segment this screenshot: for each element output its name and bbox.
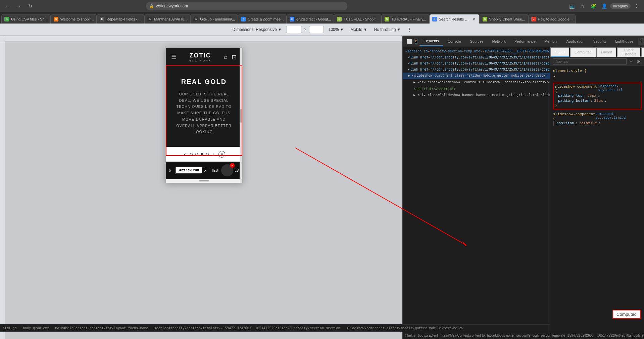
new-style-rule-button[interactable]: ⊕ — [635, 58, 641, 65]
browser-frame: ← → ↻ 🔒 zoticnewyork.com 📺 ☆ 🧩 👤 Incogni… — [0, 0, 644, 339]
throttle-dropdown[interactable]: No throttling ▼ — [372, 25, 403, 34]
dot-1[interactable] — [190, 153, 193, 156]
styles-filter-input[interactable] — [553, 58, 627, 65]
html-line-4[interactable]: <link href="//cdn.shopify.com/s/files/1/… — [403, 67, 550, 73]
hamburger-icon[interactable]: ☰ — [171, 53, 177, 61]
window-controls: ← → ↻ — [3, 1, 35, 11]
tab-close-10[interactable]: ✕ — [472, 17, 477, 22]
more-menu-button[interactable]: ⋮ — [632, 1, 641, 11]
styles-tab-styles[interactable]: Styles — [550, 47, 570, 57]
tab-network[interactable]: Network — [488, 37, 510, 46]
tab-label-2: Welcome to shopif... — [60, 17, 94, 21]
tab-label-1: Using CSV files - Sh... — [11, 17, 48, 21]
style-rule-inspector: slideshow-component { inspector-styleshe… — [553, 83, 641, 109]
prev-arrow[interactable]: ‹ — [183, 151, 187, 157]
tab-google-add[interactable]: Y How to add Google... — [528, 14, 576, 24]
tab-elements[interactable]: Elements — [419, 37, 443, 46]
extension-icon[interactable]: 🧩 — [589, 1, 598, 11]
tab-search-results[interactable]: G Search Results - (e... ✕ — [429, 14, 480, 24]
tab-tutorial2[interactable]: S TUTORIAL - Finally... — [382, 14, 429, 24]
add-style-button[interactable]: + — [628, 58, 634, 65]
tab-application[interactable]: Application — [562, 37, 589, 46]
scrollbar-track[interactable] — [240, 48, 242, 183]
html-line-3[interactable]: <link href="//cdn.shopify.com/s/files/1/… — [403, 60, 550, 67]
tab-label-4: Manthan109/VirTu... — [154, 17, 187, 21]
style-prop-padding-top: padding-top : 35px ; — [558, 93, 640, 98]
tab-label-5: GitHub - amirsanni/... — [200, 17, 235, 21]
styles-tab-event-listeners[interactable]: Event Listeners — [617, 47, 641, 57]
computed-tab-highlight[interactable]: Computed — [612, 310, 641, 319]
device-dropdown[interactable]: Mobile ▼ — [348, 25, 369, 34]
cast-icon[interactable]: 📺 — [567, 1, 577, 11]
tab-repeatable[interactable]: R Repeatable fields - ... — [97, 14, 144, 24]
promo-left-text: 5 — [169, 169, 171, 172]
tab-favicon-5: G — [193, 17, 198, 22]
tab-github-amir[interactable]: G GitHub - amirsanni/... — [190, 14, 238, 24]
back-button[interactable]: ← — [3, 1, 12, 11]
dot-4[interactable] — [206, 153, 209, 156]
tab-favicon-10: G — [432, 17, 437, 22]
mobile-preview-wrapper: ☰ ZOTIC NEW YORK ⌕ ⊡ — [165, 48, 243, 183]
cart-icon[interactable]: ⊡ — [232, 53, 237, 61]
get-discount-button[interactable]: GET 10% OFF — [176, 167, 202, 174]
dimensions-dropdown[interactable]: Dimensions: Responsive ▼ — [231, 25, 284, 34]
mobile-nav-logo: ZOTIC NEW YORK — [189, 52, 211, 62]
html-line-7[interactable]: <noscript></noscript> — [403, 86, 550, 92]
close-promo-button[interactable]: X — [204, 169, 207, 172]
tab-favicon-8: S — [337, 17, 342, 22]
bookmark-icon[interactable]: ☆ — [578, 1, 587, 11]
tab-drugsdirect[interactable]: G drugsdirect - Googl... — [287, 14, 334, 24]
styles-tab-bar: Styles Computed Layout Event Listeners >… — [550, 47, 644, 57]
html-line-6[interactable]: ▶ <div class="slideshow__controls slides… — [403, 79, 550, 86]
height-input[interactable]: 631 — [309, 26, 324, 33]
profile-icon[interactable]: 👤 — [599, 1, 609, 11]
tab-using-csv[interactable]: S Using CSV files - Sh... — [1, 14, 51, 24]
tab-favicon-6: Z — [241, 17, 246, 22]
dot-2[interactable] — [195, 153, 198, 156]
tab-cheatsheet[interactable]: S Shopify Cheat Shee... — [480, 14, 528, 24]
html-line-2[interactable]: <link href="//cdn.shopify.com/s/files/1/… — [403, 54, 550, 60]
dimensions-chevron: ▼ — [278, 27, 282, 32]
styles-tab-more[interactable]: >> — [641, 47, 644, 57]
tab-zoom[interactable]: Z Create a Zoom mee... — [238, 14, 287, 24]
tab-welcome-shopify[interactable]: S Welcome to shopif... — [51, 14, 97, 24]
reload-button[interactable]: ↻ — [26, 1, 35, 11]
html-line-5[interactable]: ▶ <slideshow-component class="slider-mob… — [403, 73, 550, 79]
html-line-8[interactable]: ▶ <div class="slideshow banner banner--m… — [403, 92, 550, 99]
tab-sources[interactable]: Sources — [466, 37, 487, 46]
tab-security[interactable]: Security — [589, 37, 610, 46]
html-line-1[interactable]: <section id="shopify-section-template--1… — [403, 48, 550, 54]
style-prop-position: position : relative ; — [556, 121, 641, 126]
next-arrow[interactable]: › — [211, 151, 216, 157]
lock-icon: 🔒 — [149, 4, 154, 8]
slide-body: OUR GOLD IS THE REAL DEAL, WE USE SPECIA… — [172, 91, 236, 135]
tab-tutorial1[interactable]: S TUTORIAL - Shopif... — [334, 14, 382, 24]
scroll-handle[interactable]: 1 — [221, 164, 233, 176]
search-icon[interactable]: ⌕ — [224, 53, 228, 61]
tab-favicon-2: S — [54, 17, 58, 22]
width-input[interactable]: 298 — [287, 26, 301, 33]
more-options-button[interactable]: ⋮ — [405, 25, 413, 34]
scrollbar-thumb[interactable] — [240, 109, 242, 123]
inspect-element-button[interactable]: ⬜ — [407, 38, 412, 45]
tab-label-6: Create a Zoom mee... — [248, 17, 284, 21]
tab-memory[interactable]: Memory — [540, 37, 562, 46]
tab-lighthouse[interactable]: Lighthouse — [611, 37, 637, 46]
zoom-label: 100% — [329, 27, 339, 32]
slideshow-controls: ‹ › ⏸ — [166, 147, 242, 162]
styles-content: element.style { } slideshow-component { … — [550, 66, 644, 332]
dot-3[interactable] — [201, 153, 203, 156]
status-bar: html.js body.gradient main#MainContent.c… — [403, 324, 550, 332]
tab-favicon-3: R — [100, 17, 104, 22]
tab-label-9: TUTORIAL - Finally... — [391, 17, 426, 21]
zoom-dropdown[interactable]: 100% ▼ — [327, 25, 346, 34]
styles-tab-layout[interactable]: Layout — [596, 47, 617, 57]
pause-button[interactable]: ⏸ — [218, 151, 225, 158]
forward-button[interactable]: → — [14, 1, 23, 11]
tab-manthan[interactable]: G Manthan109/VirTu... — [144, 14, 190, 24]
device-toolbar-toggle[interactable]: 📱 — [413, 38, 419, 45]
styles-tab-computed[interactable]: Computed — [570, 47, 596, 57]
address-bar[interactable]: 🔒 zoticnewyork.com — [146, 2, 347, 10]
tab-console[interactable]: Console — [444, 37, 465, 46]
tab-performance[interactable]: Performance — [510, 37, 540, 46]
